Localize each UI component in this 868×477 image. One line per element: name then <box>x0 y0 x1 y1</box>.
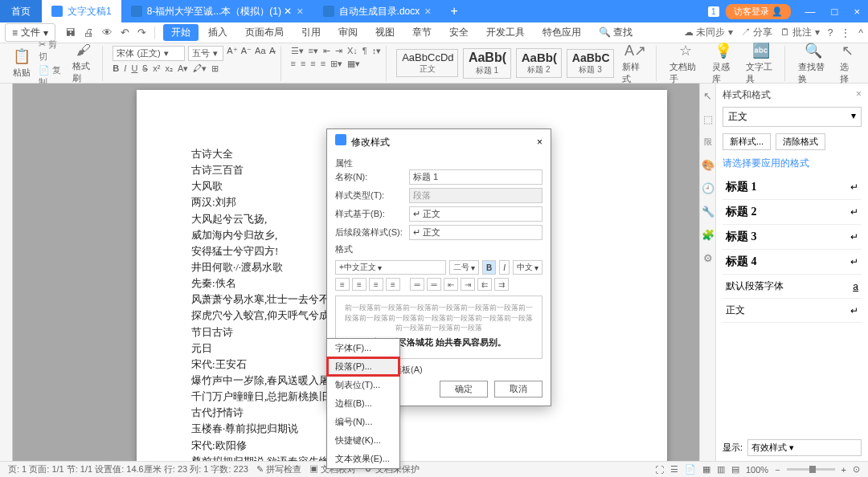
close-icon[interactable]: × <box>297 5 303 18</box>
limit-icon[interactable]: 限 <box>704 137 712 148</box>
menu-number[interactable]: 编号(N)... <box>327 413 399 431</box>
maximize-button[interactable]: □ <box>824 6 846 18</box>
new-tab-button[interactable]: + <box>440 4 467 18</box>
print-icon[interactable]: 🖨 <box>84 26 94 39</box>
menu-tab-special[interactable]: 特色应用 <box>534 24 589 41</box>
home-tab[interactable]: 首页 <box>0 0 42 22</box>
palette-icon[interactable]: 🎨 <box>702 159 714 171</box>
align-right-icon[interactable]: ≡ <box>310 59 315 69</box>
number-list-icon[interactable]: ≡▾ <box>309 46 318 56</box>
align-center-icon[interactable]: ≡ <box>301 59 305 69</box>
indent-icon[interactable]: ⇉ <box>494 278 509 291</box>
text-line[interactable]: 宋代:欧阳修 <box>191 438 612 454</box>
style-heading1[interactable]: 标题 1↵ <box>723 175 862 200</box>
sup-icon[interactable]: x² <box>153 63 160 74</box>
outdent-icon[interactable]: ⇇ <box>477 278 492 291</box>
menu-tab-start[interactable]: 开始 <box>163 24 199 41</box>
font-grow-icon[interactable]: A⁺ <box>227 46 237 61</box>
inspire-button[interactable]: 💡灵感库 <box>709 40 739 87</box>
border-icon[interactable]: ⊞ <box>211 63 219 74</box>
view1-icon[interactable]: 📄 <box>685 464 696 475</box>
view4-icon[interactable]: ▤ <box>731 464 739 475</box>
style-h3[interactable]: AaBbC标题 3 <box>567 49 614 78</box>
font-size-select[interactable]: 五号▾ <box>188 46 223 61</box>
spacing-2-icon[interactable]: ═ <box>427 278 441 291</box>
undo-icon[interactable]: ↶ <box>121 26 129 39</box>
close-icon[interactable]: × <box>424 5 431 18</box>
menu-tabs[interactable]: 制表位(T)... <box>327 376 399 394</box>
bullet-list-icon[interactable]: ☰▾ <box>291 46 304 56</box>
fmt-italic[interactable]: I <box>499 260 510 275</box>
style-heading4[interactable]: 标题 4↵ <box>723 250 862 275</box>
menu-tab-reference[interactable]: 引用 <box>293 24 329 41</box>
para-space-icon[interactable]: ⊞▾ <box>330 59 342 69</box>
menu-border[interactable]: 边框(B)... <box>327 394 399 413</box>
clock-icon[interactable]: 🕘 <box>702 182 714 194</box>
menu-tab-find[interactable]: 🔍 查找 <box>591 24 641 41</box>
more-icon[interactable]: ⋮ <box>841 27 850 39</box>
view2-icon[interactable]: ▦ <box>702 464 710 475</box>
para-mark-icon[interactable]: ¶ <box>362 46 367 56</box>
fullscreen-icon[interactable]: ⛶ <box>655 465 664 475</box>
zoom-level[interactable]: 100% <box>746 465 768 475</box>
clear-format-icon[interactable]: A̶ <box>269 46 276 61</box>
cancel-button[interactable]: 取消 <box>494 381 542 398</box>
style-normal[interactable]: AaBbCcDd正文 <box>396 49 458 77</box>
doc-tab-2[interactable]: 8-福州大学至诚...本（模拟）(1) ✕× <box>121 0 313 22</box>
login-button[interactable]: 访客登录👤 <box>726 4 791 19</box>
paste-button[interactable]: 📋粘贴 <box>10 46 34 80</box>
redo-icon[interactable]: ↷ <box>137 26 146 39</box>
zoom-slider[interactable] <box>787 468 835 471</box>
align-justify-icon[interactable]: ≡ <box>321 59 326 69</box>
notification-badge[interactable]: 1 <box>708 6 719 17</box>
bold-icon[interactable]: B <box>113 63 119 74</box>
sort-icon[interactable]: X↓ <box>347 46 358 56</box>
fmt-font-select[interactable]: +中文正文 ▾ <box>335 260 446 275</box>
view3-icon[interactable]: ▥ <box>717 464 725 475</box>
cut-button[interactable]: ✂ 剪切 <box>39 39 64 63</box>
align-right-icon[interactable]: ≡ <box>369 278 383 291</box>
indent-dec-icon[interactable]: ⇤ <box>323 46 330 56</box>
menu-tab-insert[interactable]: 插入 <box>200 24 235 41</box>
text-line[interactable]: 玉楼春·尊前拟把归期说 <box>191 421 612 437</box>
current-style-select[interactable]: 正文▾ <box>723 107 862 127</box>
underline-icon[interactable]: U <box>131 63 137 74</box>
close-button[interactable]: × <box>845 6 868 18</box>
fmt-bold[interactable]: B <box>482 260 496 275</box>
sync-status[interactable]: ☁ 未同步 ▾ <box>684 26 733 39</box>
spellcheck[interactable]: ✎ 拼写检查 <box>256 463 301 475</box>
wrench-icon[interactable]: 🔧 <box>702 206 714 218</box>
doc-assistant[interactable]: ☆文档助手 <box>666 40 703 87</box>
doc-tab-3[interactable]: 自动生成目录.docx× <box>313 0 441 22</box>
doc-tab-1[interactable]: 文字文稿1 <box>42 0 121 22</box>
line-space-icon[interactable]: ↕▾ <box>372 46 382 56</box>
fmt-size-select[interactable]: 二号 ▾ <box>449 260 479 275</box>
collapse-icon[interactable]: ^ <box>858 27 863 39</box>
based-select[interactable]: ↵ 正文 <box>409 206 542 222</box>
menu-texteffect[interactable]: 文本效果(E)... <box>327 450 399 468</box>
read-icon[interactable]: ☰ <box>670 464 678 475</box>
gear-icon[interactable]: ⚙ <box>703 252 713 264</box>
menu-shortcut[interactable]: 快捷键(K)... <box>327 431 399 450</box>
font-shrink-icon[interactable]: A⁻ <box>241 46 252 61</box>
text-line[interactable]: 古代抒情诗 <box>191 405 612 421</box>
dialog-close-icon[interactable]: × <box>537 137 542 148</box>
share-button[interactable]: ↗ 分享 <box>741 26 772 39</box>
menu-tab-security[interactable]: 安全 <box>441 24 477 41</box>
fmt-lang-select[interactable]: 中文 ▾ <box>513 260 542 275</box>
new-style-btn[interactable]: 新样式... <box>723 133 771 150</box>
style-body[interactable]: 正文↵ <box>723 299 862 323</box>
menu-paragraph[interactable]: 段落(P)... <box>327 357 399 376</box>
clear-format-btn[interactable]: 清除格式 <box>776 133 825 150</box>
puzzle-icon[interactable]: 🧩 <box>702 229 714 241</box>
style-h2[interactable]: AaBb(标题 2 <box>516 48 562 78</box>
indent-inc-icon[interactable]: ⇥ <box>335 46 342 56</box>
text-tool-button[interactable]: 🔤文字工具 <box>743 40 780 87</box>
menu-tab-review[interactable]: 审阅 <box>330 24 366 41</box>
spacing-1-icon[interactable]: ═ <box>410 278 424 291</box>
case-icon[interactable]: Aa <box>255 46 265 61</box>
find-replace[interactable]: 🔍查找替换 <box>795 40 832 87</box>
format-brush[interactable]: 🖌格式刷 <box>69 40 97 86</box>
help-icon[interactable]: ? <box>828 27 833 39</box>
style-h1[interactable]: AaBb(标题 1 <box>463 48 511 79</box>
